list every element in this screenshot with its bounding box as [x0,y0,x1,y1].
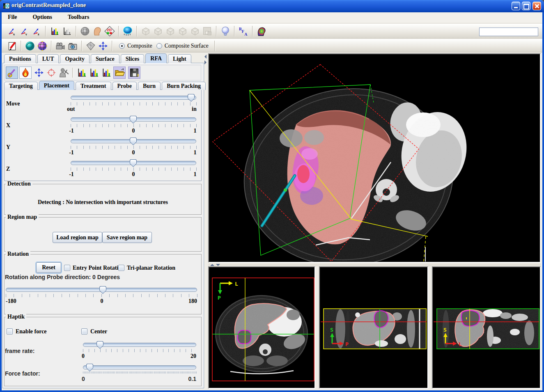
axis-z-icon[interactable]: z [30,25,43,37]
triplanar-rotation-checkbox[interactable] [118,265,124,271]
slider-thumb[interactable] [96,341,103,349]
axis-y-icon[interactable]: y [18,25,30,37]
probe-pen-icon[interactable] [6,66,18,79]
crosshair-icon[interactable] [45,66,57,79]
subtab-burn[interactable]: Burn [138,82,161,90]
box-open-icon-disabled [140,25,152,37]
histogram-3-icon[interactable] [100,66,112,79]
histogram-1-icon[interactable] [76,66,88,79]
camera-icon[interactable] [67,40,79,52]
z-slider[interactable] [71,159,196,167]
sagittal-view-panel[interactable]: S P [319,266,428,389]
center-label[interactable]: Center [90,328,107,335]
subtab-probe[interactable]: Probe [112,82,137,90]
save-region-map-button[interactable]: Save region map [102,232,152,243]
frame-rate-slider[interactable] [83,341,196,348]
histogram-gray-icon[interactable] [61,25,73,37]
toolbar-text-input[interactable] [479,28,538,36]
slider-thumb[interactable] [188,94,195,102]
teal-sphere-icon[interactable] [24,40,36,52]
sagittal-view-scene[interactable]: S P [320,267,427,388]
x-slider[interactable] [71,116,196,123]
tab-opacity[interactable]: Opacity [60,54,89,63]
navigation-sphere-icon[interactable] [122,25,134,37]
tab-positions[interactable]: Positions [4,54,36,63]
tab-rfa[interactable]: RFA [145,53,167,63]
slider-thumb[interactable] [130,116,137,124]
axis-x-icon[interactable]: x [6,25,18,37]
composite-surface-radio-label[interactable]: Composite Surface [165,43,209,49]
head-icon[interactable] [91,25,103,37]
subtab-treatment[interactable]: Treatment [76,82,111,90]
view-3d-panel[interactable] [208,53,541,263]
video-camera-icon[interactable] [54,40,67,52]
2d-view-icon[interactable] [103,25,116,37]
svg-text:y: y [25,32,27,36]
flame-icon[interactable] [19,66,32,79]
histogram-color-icon[interactable] [48,25,61,37]
slider-track[interactable] [71,96,196,100]
maximize-button[interactable] [522,2,530,10]
slider-track[interactable] [83,365,196,369]
reset-rotation-button[interactable]: Reset [36,262,61,273]
slider-thumb[interactable] [99,286,106,294]
save-region-map-icon[interactable] [128,66,140,79]
move-slider[interactable] [71,94,196,101]
sculpt-person-icon[interactable] [57,66,70,79]
move-max-label: in [192,106,197,112]
splitter-collapse-left-arrow[interactable] [204,55,207,59]
splitter-expand-right-arrow[interactable] [204,60,207,64]
coronal-view-panel[interactable]: S L [432,266,541,389]
move-arrows-icon[interactable] [97,40,109,52]
tab-light[interactable]: Light [168,54,191,63]
load-region-map-button[interactable]: Load region map [53,232,102,243]
horizontal-splitter[interactable] [208,264,541,266]
axial-view-scene[interactable]: L P [209,267,314,388]
splitter-down-arrow[interactable] [216,264,220,266]
subtab-targeting[interactable]: Targeting [4,82,38,90]
composite-radio-label[interactable]: Composite [127,43,152,49]
coronal-view-scene[interactable]: S L [433,267,540,388]
entry-point-rotation-label[interactable]: Entry Point Rotation [73,265,124,271]
force-factor-slider[interactable] [83,364,196,371]
enable-force-label[interactable]: Enable force [16,328,47,335]
menu-options[interactable]: Options [28,12,57,21]
entry-point-rotation-checkbox[interactable] [64,265,70,271]
y-slider[interactable] [71,138,196,145]
center-checkbox[interactable] [81,328,87,335]
menu-toolbars[interactable]: Toolbars [62,12,94,21]
menu-file[interactable]: File [2,12,23,21]
light-bulb-icon[interactable] [219,25,232,37]
rfa-module-icon[interactable] [237,25,250,37]
open-region-map-icon[interactable] [113,66,126,79]
brain-map-icon[interactable] [255,25,268,37]
composite-surface-radio[interactable] [156,43,162,49]
slider-thumb[interactable] [86,364,93,371]
minimize-button[interactable] [512,2,520,10]
diamond-icon[interactable] [85,40,97,52]
rotation-groupbox [4,254,202,314]
tab-slices[interactable]: Slices [121,54,144,63]
subtab-burn-packing[interactable]: Burn Packing [162,82,206,90]
enable-force-checkbox[interactable] [7,328,13,335]
rotation-mid-label: 0 [101,298,103,305]
tab-lut[interactable]: LUT [37,54,59,63]
rotation-slider[interactable] [6,286,197,293]
tab-surface[interactable]: Surface [91,54,119,63]
move-cross-icon[interactable] [33,66,45,79]
histogram-2-icon[interactable] [88,66,100,79]
axial-view-panel[interactable]: L P [208,266,315,389]
slider-thumb[interactable] [130,138,137,145]
splitter-up-arrow[interactable] [210,264,214,266]
close-button[interactable] [533,2,541,10]
composite-radio[interactable] [119,43,125,49]
slider-thumb[interactable] [130,159,137,167]
triplanar-rotation-label[interactable]: Tri-planar Rotation [127,265,175,271]
marker-icon[interactable] [6,40,18,52]
view-3d-scene[interactable] [209,54,540,262]
subtab-placement[interactable]: Placement [39,81,74,90]
haptik-group-title: Haptik [6,314,26,320]
mesh-sphere-icon[interactable] [36,40,48,52]
title-bar[interactable]: origContrastResampled_clone [0,0,544,12]
wireframe-sphere-icon[interactable] [79,25,91,37]
